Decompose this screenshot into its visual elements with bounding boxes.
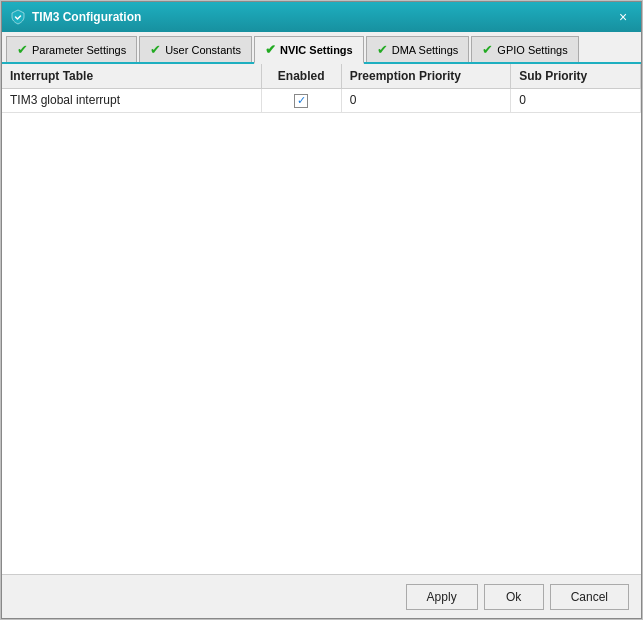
content-area: Interrupt Table Enabled Preemption Prior…	[2, 64, 641, 574]
tab-label: GPIO Settings	[497, 44, 567, 56]
tab-label: DMA Settings	[392, 44, 459, 56]
enabled-checkbox[interactable]: ✓	[294, 94, 308, 108]
tab-check-icon: ✔	[150, 42, 161, 57]
close-button[interactable]: ×	[613, 7, 633, 27]
title-bar-left: TIM3 Configuration	[10, 9, 141, 25]
tab-check-icon: ✔	[482, 42, 493, 57]
tab-user-constants[interactable]: ✔ User Constants	[139, 36, 252, 62]
tabs-bar: ✔ Parameter Settings ✔ User Constants ✔ …	[2, 32, 641, 64]
main-window: TIM3 Configuration × ✔ Parameter Setting…	[1, 1, 642, 619]
preemption-priority-cell[interactable]: 0	[341, 89, 511, 113]
tab-nvic-settings[interactable]: ✔ NVIC Settings	[254, 36, 364, 64]
col-header-interrupt-table: Interrupt Table	[2, 64, 261, 89]
tab-label: User Constants	[165, 44, 241, 56]
col-header-preemption-priority: Preemption Priority	[341, 64, 511, 89]
tab-gpio-settings[interactable]: ✔ GPIO Settings	[471, 36, 578, 62]
nvic-table: Interrupt Table Enabled Preemption Prior…	[2, 64, 641, 113]
col-header-sub-priority: Sub Priority	[511, 64, 641, 89]
table-header-row: Interrupt Table Enabled Preemption Prior…	[2, 64, 641, 89]
tab-check-icon: ✔	[17, 42, 28, 57]
ok-button[interactable]: Ok	[484, 584, 544, 610]
table-container: Interrupt Table Enabled Preemption Prior…	[2, 64, 641, 574]
title-bar: TIM3 Configuration ×	[2, 2, 641, 32]
footer: Apply Ok Cancel	[2, 574, 641, 618]
window-title: TIM3 Configuration	[32, 10, 141, 24]
shield-icon	[10, 9, 26, 25]
apply-button[interactable]: Apply	[406, 584, 478, 610]
cancel-button[interactable]: Cancel	[550, 584, 629, 610]
sub-priority-cell[interactable]: 0	[511, 89, 641, 113]
tab-label: NVIC Settings	[280, 44, 353, 56]
interrupt-name: TIM3 global interrupt	[2, 89, 261, 113]
tab-check-icon: ✔	[265, 42, 276, 57]
col-header-enabled: Enabled	[261, 64, 341, 89]
tab-parameter-settings[interactable]: ✔ Parameter Settings	[6, 36, 137, 62]
tab-label: Parameter Settings	[32, 44, 126, 56]
enabled-cell[interactable]: ✓	[261, 89, 341, 113]
tab-check-icon: ✔	[377, 42, 388, 57]
table-row: TIM3 global interrupt ✓ 0 0	[2, 89, 641, 113]
tab-dma-settings[interactable]: ✔ DMA Settings	[366, 36, 470, 62]
